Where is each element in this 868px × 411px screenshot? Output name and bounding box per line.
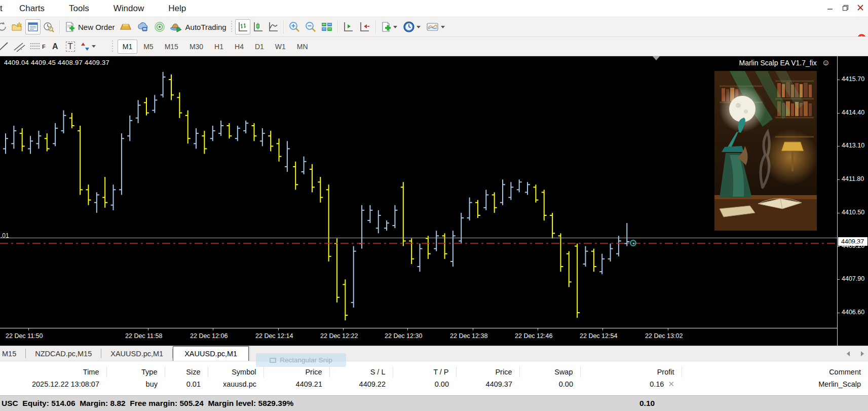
timeframe-D1[interactable]: D1 <box>250 40 269 54</box>
column-header-sl: S / L <box>329 366 393 378</box>
ohlc-bar <box>260 128 265 146</box>
timeframe-M15[interactable]: M15 <box>160 40 183 54</box>
partial-toolbar-button[interactable] <box>0 19 9 34</box>
ohlc-bar <box>567 251 572 287</box>
ohlc-bar <box>169 74 174 100</box>
price-axis-label: 4413.10 <box>842 142 864 149</box>
text-label-button[interactable]: T <box>63 39 78 54</box>
chart-tab-xauusd-pc-m1[interactable]: XAUUSD.pc,M1 <box>173 346 249 361</box>
price-axis-label: 4407.90 <box>842 275 864 282</box>
timeframe-MN[interactable]: MN <box>292 40 313 54</box>
text-tool-button[interactable]: A <box>48 39 63 54</box>
time-axis-tick <box>343 328 344 330</box>
ohlc-bar <box>401 182 406 246</box>
chart-shift-marker[interactable] <box>653 56 660 60</box>
timeframe-W1[interactable]: W1 <box>270 40 291 54</box>
templates-dropdown-caret[interactable] <box>441 26 445 28</box>
fibonacci-button[interactable]: F <box>27 39 48 54</box>
indicators-dropdown-caret[interactable] <box>393 26 397 28</box>
profiles-button[interactable] <box>9 19 25 34</box>
periods-clock-icon <box>403 21 415 33</box>
toolbar-grip[interactable] <box>111 41 114 53</box>
ohlc-bar <box>45 133 50 151</box>
menu-charts[interactable]: Charts <box>7 4 57 14</box>
zoom-in-button[interactable] <box>286 19 303 34</box>
chart-tab-xauusd-pc-m1[interactable]: XAUUSD.pc,M1 <box>101 349 173 358</box>
trade-row[interactable]: 2025.12.22 13:08:07buy0.01xauusd.pc4409.… <box>0 378 868 391</box>
signals-button[interactable] <box>152 19 168 34</box>
market-watch-button[interactable] <box>25 19 41 34</box>
time-axis-tick <box>213 328 213 330</box>
ohlc-bar <box>583 246 588 267</box>
refresh-icon <box>0 21 7 32</box>
menu-help[interactable]: Help <box>156 4 198 14</box>
timeframe-M30[interactable]: M30 <box>184 40 208 54</box>
arrows-tool-icon <box>80 41 90 52</box>
price-axis-label: 4406.60 <box>842 309 864 316</box>
auto-scroll-button[interactable] <box>341 19 357 34</box>
ohlc-bar <box>310 164 315 193</box>
ohlc-bar <box>36 131 41 148</box>
ohlc-bar <box>392 205 397 228</box>
periods-dropdown-caret[interactable] <box>417 26 421 28</box>
new-order-icon <box>64 21 76 32</box>
chart-tab-m15[interactable]: M15 <box>0 349 26 358</box>
arrows-tool-button[interactable] <box>78 39 99 54</box>
zoom-in-icon <box>288 21 300 32</box>
menu-tools[interactable]: Tools <box>57 4 101 14</box>
price-axis[interactable]: 4409.37 4415.704414.404413.104411.804410… <box>837 56 868 346</box>
menu-window[interactable]: Window <box>101 4 156 14</box>
zoom-out-button[interactable] <box>303 19 319 34</box>
line-studies-toolbar: F A T M1M5M15M30H1H4D1W1MN <box>0 36 868 56</box>
timeframe-H4[interactable]: H4 <box>230 40 249 54</box>
timeframe-H1[interactable]: H1 <box>209 40 229 54</box>
tab-scroll-right-icon[interactable] <box>861 351 864 356</box>
line-chart-button[interactable] <box>266 19 281 34</box>
vps-button[interactable] <box>134 19 152 34</box>
close-button[interactable] <box>853 0 868 15</box>
fibonacci-icon <box>29 41 42 52</box>
autotrading-button[interactable]: AutoTrading <box>168 19 229 34</box>
tile-windows-button[interactable] <box>319 19 335 34</box>
ohlc-bar <box>533 184 538 202</box>
metaeditor-button[interactable] <box>117 19 134 34</box>
data-window-button[interactable] <box>41 19 57 34</box>
trade-table-header-row: TimeTypeSizeSymbolPriceS / LT / PPriceSw… <box>0 366 868 378</box>
timeframe-M1[interactable]: M1 <box>118 40 137 54</box>
minimize-button[interactable] <box>822 0 838 15</box>
ohlc-bar <box>508 182 513 200</box>
ea-smiley-icon[interactable]: ☺ <box>822 58 830 67</box>
chart-canvas[interactable]: .01 4409.04 4409.45 4408.97 4409.37 Marl… <box>0 56 837 328</box>
cell-swap: 0.00 <box>519 378 580 391</box>
ea-wizard-image <box>714 71 817 231</box>
toolbar-grip[interactable] <box>231 21 233 33</box>
candlestick-chart-icon <box>252 21 263 32</box>
periods-button[interactable] <box>401 19 424 34</box>
terminal-trade-panel: TimeTypeSizeSymbolPriceS / LT / PPriceSw… <box>0 361 868 395</box>
ohlc-bar <box>28 136 33 154</box>
timeframe-M5[interactable]: M5 <box>138 40 158 54</box>
bar-chart-button[interactable] <box>235 19 250 34</box>
snip-ghost-label: Rectangular Snip <box>280 356 332 364</box>
time-axis-tick <box>148 328 148 330</box>
indicators-icon <box>381 21 392 32</box>
channel-button[interactable] <box>11 39 27 54</box>
tab-scroll-left-icon[interactable] <box>847 351 850 356</box>
tab-scroll-arrows <box>847 346 864 361</box>
trendline-button[interactable] <box>0 39 11 54</box>
ohlc-bar <box>542 190 547 220</box>
ohlc-bar <box>459 213 464 244</box>
time-axis-tick <box>668 328 668 330</box>
candlestick-chart-button[interactable] <box>250 19 266 34</box>
time-axis[interactable]: 22 Dec 11:5022 Dec 11:5822 Dec 12:0622 D… <box>0 328 837 346</box>
arrows-dropdown-caret[interactable] <box>92 45 96 48</box>
templates-button[interactable] <box>424 19 448 34</box>
indicators-button[interactable] <box>379 19 401 34</box>
restore-button[interactable] <box>838 0 853 15</box>
chart-shift-button[interactable] <box>357 19 373 34</box>
chart-tab-nzdcad-pc-m15[interactable]: NZDCAD.pc,M15 <box>26 349 101 358</box>
new-order-button[interactable]: New Order <box>62 19 117 34</box>
menu-partial[interactable]: t <box>0 4 7 14</box>
close-position-icon[interactable]: ✕ <box>668 380 674 389</box>
time-axis-label: 22 Dec 12:06 <box>190 332 228 340</box>
